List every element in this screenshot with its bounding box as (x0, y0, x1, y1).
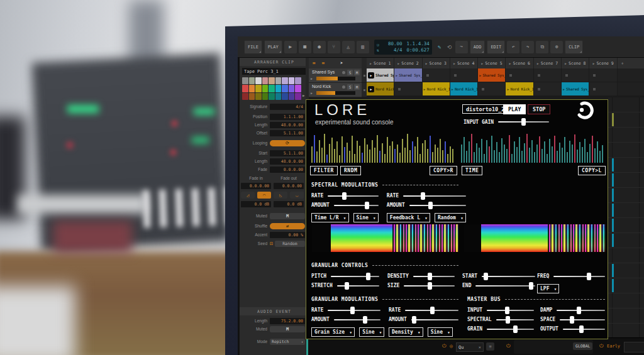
scene-play-icon[interactable]: ▶ (397, 62, 399, 65)
time-signature-value[interactable]: 4/4 (382, 47, 402, 53)
add-button[interactable]: ADD (470, 40, 486, 54)
clip[interactable]: ▶Nord Kick_1 (506, 82, 533, 96)
scene-play-icon[interactable]: ▶ (592, 62, 594, 65)
grid-row[interactable] (608, 128, 644, 143)
dropdown-random[interactable]: Random▼ (435, 213, 466, 222)
dropdown-sine[interactable]: Sine▼ (359, 327, 384, 337)
add-scene-button[interactable]: + (618, 58, 644, 68)
mute-button[interactable]: M (354, 70, 360, 75)
device2-power-icon[interactable]: ⏻ (506, 343, 510, 349)
slider-spectral[interactable] (496, 319, 534, 320)
empty-clip-stop-icon[interactable] (398, 88, 401, 90)
clip-cell[interactable] (534, 82, 562, 96)
slider-thumb[interactable] (484, 273, 488, 280)
slider-thumb[interactable] (577, 307, 581, 314)
grid-row[interactable] (608, 309, 644, 324)
slider-damp[interactable] (557, 310, 605, 311)
fade-curve-button[interactable]: ◡ (290, 192, 304, 199)
scene-play-icon[interactable]: ▶ (453, 62, 455, 65)
grid-row[interactable] (608, 97, 644, 112)
record-icon[interactable]: ● (313, 41, 326, 53)
clip-cell[interactable] (506, 68, 533, 82)
fade-out-value[interactable]: 0.0.0.00 (274, 183, 304, 189)
scene-header[interactable]: ▶Scene 9 (589, 58, 617, 68)
plugin-stop-button[interactable]: STOP (528, 104, 550, 114)
clip-cell[interactable]: ▶Shared Sys_2 (562, 82, 589, 96)
audio-event-muted-toggle[interactable]: M (270, 326, 305, 332)
empty-clip-stop-icon[interactable] (593, 88, 596, 90)
clip-cell[interactable]: ▶Nord Kick_1 (367, 82, 394, 96)
palette-swatch[interactable] (282, 85, 288, 92)
clip-cell[interactable] (534, 68, 562, 82)
palette-swatch[interactable] (249, 93, 255, 100)
copy-icon[interactable]: ⧉ (536, 41, 548, 53)
empty-clip-stop-icon[interactable] (509, 74, 512, 77)
slider-thumb[interactable] (366, 273, 370, 280)
copy-left-button[interactable]: COPY>L (578, 166, 606, 175)
slider-end[interactable] (475, 285, 535, 287)
display-toggle-icon[interactable]: ▥ (357, 41, 369, 53)
song-time-value[interactable]: 0:00.627 (404, 47, 429, 53)
clip-cell[interactable] (562, 68, 589, 82)
grid-row[interactable] (608, 324, 644, 337)
grid-row[interactable] (608, 143, 644, 158)
scene-header[interactable]: ▶Scene 3 (423, 58, 450, 68)
slider-thumb[interactable] (428, 273, 432, 280)
palette-swatch[interactable] (269, 85, 275, 92)
dropdown-feedback-l[interactable]: Feedback L▼ (387, 213, 430, 222)
track-header[interactable]: Shared SysSM▶ (309, 68, 362, 83)
scene-header[interactable]: ▶Scene 6 (506, 58, 533, 68)
hamburger-icon[interactable]: ≡ (313, 60, 316, 66)
palette-swatch[interactable] (262, 77, 269, 84)
scene-play-icon[interactable]: ▶ (426, 62, 428, 65)
palette-swatch[interactable] (295, 77, 301, 84)
file-button[interactable]: FILE (244, 40, 262, 54)
clip-launch-icon[interactable]: ▶ (563, 87, 565, 91)
palette-swatch[interactable] (295, 85, 301, 92)
slider-size[interactable] (404, 285, 455, 287)
dropdown-grain-size[interactable]: Grain Size▼ (311, 327, 355, 337)
slider-freq[interactable] (553, 276, 605, 277)
clip-playing-icon[interactable]: ▶ (368, 72, 374, 79)
stop-icon[interactable]: ■ (299, 41, 311, 53)
looping-toggle[interactable]: ⟳ (270, 140, 305, 146)
cursor-tool-icon[interactable]: ➤ (340, 60, 343, 66)
slider-pitch[interactable] (331, 276, 379, 277)
grid-row[interactable] (608, 263, 644, 278)
accent-value[interactable]: 0.00 % (270, 232, 305, 238)
palette-swatch[interactable] (242, 77, 248, 84)
palette-swatch[interactable] (242, 93, 248, 100)
gain-left-value[interactable]: 0.0 dB (241, 201, 271, 207)
stop-button[interactable] (362, 83, 367, 97)
clip[interactable]: ▶Shared Sys_2 (562, 82, 589, 96)
clip-cell[interactable]: ▶Nord Kick_1 (450, 82, 478, 96)
palette-swatch[interactable] (262, 85, 269, 92)
clip[interactable]: ▶Nord Kick_1 (450, 82, 477, 96)
dice-icon[interactable]: ⚄ (270, 241, 273, 246)
palette-swatch[interactable] (275, 93, 282, 100)
palette-swatch[interactable] (249, 85, 255, 92)
slider-start[interactable] (482, 276, 535, 277)
undo-icon[interactable]: ↶ (507, 41, 519, 53)
palette-swatch[interactable] (262, 93, 269, 100)
slider-thumb[interactable] (428, 282, 432, 290)
scene-play-icon[interactable]: ▶ (565, 62, 567, 65)
signature-value[interactable]: 4/4 (270, 104, 305, 110)
copy-right-button[interactable]: COPY>R (430, 166, 457, 175)
tempo-value[interactable]: 80.00 (382, 41, 402, 47)
slider-rate[interactable] (328, 195, 379, 197)
slider-rate[interactable] (403, 195, 466, 197)
seed-random-button[interactable]: Random (275, 241, 305, 247)
grid-row[interactable] (608, 158, 644, 173)
clip-cell[interactable] (450, 68, 478, 82)
slider-output[interactable] (563, 329, 605, 330)
grid-row[interactable] (608, 248, 644, 263)
palette-swatch[interactable] (249, 77, 255, 84)
slider-stretch[interactable] (337, 285, 379, 287)
device3-power-icon[interactable]: ⏻ (599, 343, 603, 349)
fade-in-value[interactable]: 0.0.0.00 (241, 183, 271, 189)
clip-cell[interactable]: ▶Shared Sys_1 (367, 68, 394, 82)
scene-play-icon[interactable]: ▶ (509, 62, 511, 65)
clip-cell[interactable] (423, 68, 450, 82)
scene-header[interactable]: ▶Scene 5 (478, 58, 506, 68)
